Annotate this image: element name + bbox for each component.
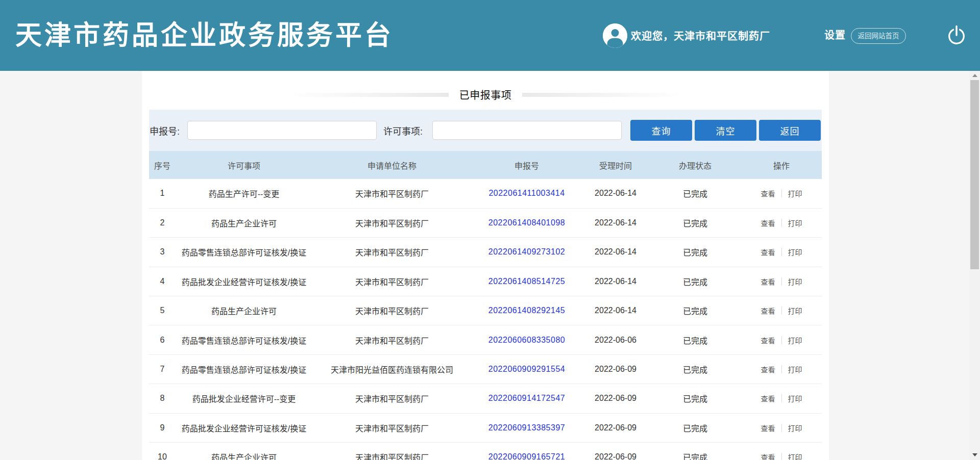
return-button[interactable]: 返回 (759, 120, 821, 141)
print-link[interactable]: 打印 (788, 276, 802, 287)
col-header-status: 办理状态 (649, 151, 741, 179)
cell-accept-date: 2022-06-14 (582, 238, 649, 267)
declare-no-link[interactable]: 2022061411003414 (488, 189, 565, 197)
declare-no-link[interactable]: 2022060914172547 (488, 394, 565, 402)
cell-item: 药品批发企业经营许可证核发/换证 (176, 267, 312, 296)
cell-accept-date: 2022-06-14 (582, 179, 649, 208)
cell-declare-no: 2022060914172547 (472, 384, 582, 413)
ops-divider (781, 394, 782, 402)
cell-seq: 7 (149, 354, 176, 384)
table-row: 1 药品生产许可--变更 天津市和平区制药厂 2022061411003414 … (149, 179, 822, 208)
table-row: 7 药品零售连锁总部许可证核发/换证 天津市阳光益佰医药连锁有限公司 20220… (149, 354, 822, 384)
ops-divider (781, 365, 782, 373)
view-link[interactable]: 查看 (761, 335, 775, 345)
ops-divider (781, 424, 782, 432)
cell-seq: 8 (149, 384, 176, 413)
view-link[interactable]: 查看 (761, 305, 775, 316)
table-header: 序号 许可事项 申请单位名称 申报号 受理时间 办理状态 操作 (149, 151, 822, 179)
view-link[interactable]: 查看 (761, 247, 775, 257)
declare-no-link[interactable]: 2022061409273102 (488, 247, 565, 256)
user-icon (603, 23, 627, 48)
ops-divider (781, 219, 782, 227)
cell-declare-no: 2022060913385397 (472, 413, 582, 442)
cell-ops: 查看 打印 (741, 208, 822, 237)
cell-ops: 查看 打印 (741, 384, 822, 413)
view-link[interactable]: 查看 (761, 364, 775, 374)
cell-declare-no: 2022061408292145 (472, 296, 582, 325)
table-row: 10 药品生产企业许可 天津市和平区制药厂 2022060909165721 2… (149, 443, 822, 460)
query-button[interactable]: 查询 (630, 120, 692, 141)
cell-ops: 查看 打印 (741, 296, 822, 325)
table-row: 6 药品零售连锁总部许可证核发/换证 天津市和平区制药厂 20220606083… (149, 325, 822, 354)
vertical-scrollbar[interactable] (969, 71, 980, 460)
cell-accept-date: 2022-06-14 (582, 208, 649, 237)
cell-seq: 9 (149, 413, 176, 442)
print-link[interactable]: 打印 (788, 188, 802, 198)
cell-status: 已完成 (649, 208, 741, 237)
cell-company: 天津市和平区制药厂 (312, 443, 472, 460)
cell-item: 药品生产企业许可 (176, 208, 312, 237)
cell-company: 天津市和平区制药厂 (312, 238, 472, 267)
declare-no-link[interactable]: 2022060608335080 (488, 336, 565, 344)
view-link[interactable]: 查看 (761, 188, 775, 198)
declare-no-link[interactable]: 2022060913385397 (488, 423, 565, 432)
cell-company: 天津市阳光益佰医药连锁有限公司 (312, 354, 472, 384)
cell-seq: 5 (149, 296, 176, 325)
declare-no-link[interactable]: 2022061408514725 (488, 277, 565, 286)
col-header-seq: 序号 (149, 151, 176, 179)
scroll-down-arrow[interactable] (969, 450, 980, 459)
cell-seq: 2 (149, 208, 176, 237)
cell-ops: 查看 打印 (741, 267, 822, 296)
view-link[interactable]: 查看 (761, 452, 775, 460)
cell-item: 药品生产企业许可 (176, 443, 312, 460)
view-link[interactable]: 查看 (761, 218, 775, 228)
cell-company: 天津市和平区制药厂 (312, 208, 472, 237)
cell-accept-date: 2022-06-06 (582, 325, 649, 354)
view-link[interactable]: 查看 (761, 423, 775, 433)
cell-accept-date: 2022-06-09 (582, 413, 649, 442)
view-link[interactable]: 查看 (761, 276, 775, 287)
cell-accept-date: 2022-06-09 (582, 443, 649, 460)
cell-status: 已完成 (649, 238, 741, 267)
cell-accept-date: 2022-06-09 (582, 384, 649, 413)
print-link[interactable]: 打印 (788, 423, 802, 433)
col-header-declare-no: 申报号 (472, 151, 582, 179)
table-row: 4 药品批发企业经营许可证核发/换证 天津市和平区制药厂 20220614085… (149, 267, 822, 296)
cell-seq: 4 (149, 267, 176, 296)
ops-divider (781, 277, 782, 286)
declare-no-link[interactable]: 2022060909165721 (488, 452, 565, 460)
table-row: 8 药品批发企业经营许可--变更 天津市和平区制药厂 2022060914172… (149, 384, 822, 413)
cell-status: 已完成 (649, 325, 741, 354)
license-item-input[interactable] (432, 121, 622, 140)
logout-power-button[interactable] (946, 24, 967, 46)
power-icon (946, 24, 967, 46)
declare-no-link[interactable]: 2022061408292145 (488, 306, 565, 315)
clear-button[interactable]: 清空 (695, 120, 756, 141)
cell-item: 药品生产许可--变更 (176, 179, 312, 208)
declare-no-link[interactable]: 2022060909291554 (488, 365, 565, 373)
scrollbar-thumb[interactable] (970, 80, 979, 269)
view-link[interactable]: 查看 (761, 393, 775, 403)
declare-no-input[interactable] (187, 121, 377, 140)
cell-company: 天津市和平区制药厂 (312, 413, 472, 442)
cell-company: 天津市和平区制药厂 (312, 296, 472, 325)
print-link[interactable]: 打印 (788, 393, 802, 403)
table-body: 1 药品生产许可--变更 天津市和平区制药厂 2022061411003414 … (149, 179, 822, 460)
print-link[interactable]: 打印 (788, 218, 802, 228)
settings-button[interactable]: 设置 (824, 0, 846, 71)
print-link[interactable]: 打印 (788, 452, 802, 460)
cell-seq: 10 (149, 443, 176, 460)
scroll-up-arrow[interactable] (969, 71, 980, 80)
print-link[interactable]: 打印 (788, 247, 802, 257)
declare-no-link[interactable]: 2022061408401098 (488, 218, 565, 227)
table-row: 9 药品批发企业经营许可证核发/换证 天津市和平区制药厂 20220609133… (149, 413, 822, 442)
cell-company: 天津市和平区制药厂 (312, 384, 472, 413)
back-to-site-home-button[interactable]: 返回网站首页 (851, 28, 906, 44)
cell-ops: 查看 打印 (741, 413, 822, 442)
cell-ops: 查看 打印 (741, 325, 822, 354)
print-link[interactable]: 打印 (788, 364, 802, 374)
print-link[interactable]: 打印 (788, 335, 802, 345)
ops-divider (781, 248, 782, 256)
ops-divider (781, 453, 782, 460)
print-link[interactable]: 打印 (788, 305, 802, 316)
